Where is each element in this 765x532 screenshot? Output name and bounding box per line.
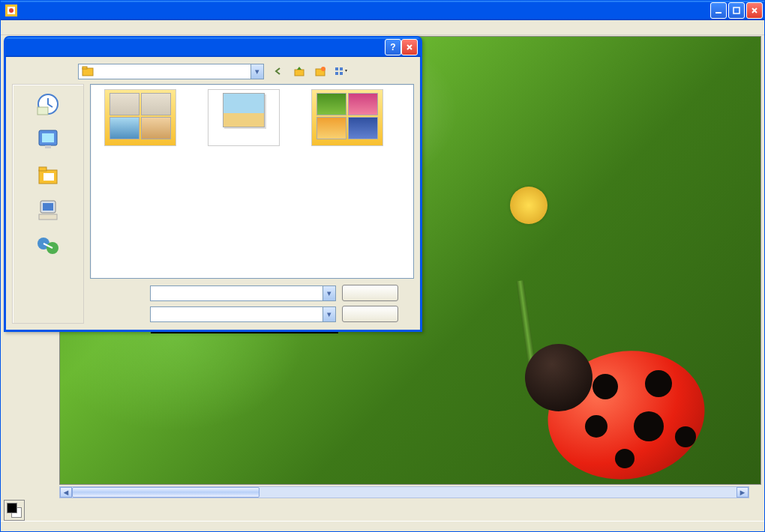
computer-icon [36, 198, 60, 222]
maximize-button[interactable] [728, 2, 745, 19]
file-item-1[interactable] [95, 89, 185, 273]
paint-app-icon [5, 4, 17, 16]
svg-rect-20 [39, 167, 46, 171]
svg-rect-3 [716, 12, 722, 13]
places-mydocs[interactable] [15, 158, 81, 193]
desktop-icon [36, 127, 60, 151]
folder-thumb-icon [311, 89, 383, 146]
menu-edit[interactable] [19, 26, 31, 29]
places-desktop[interactable] [15, 123, 81, 158]
dialog-help-button[interactable]: ? [385, 39, 401, 55]
save-as-dialog: ? ▾ [4, 36, 422, 332]
dialog-titlebar: ? [5, 37, 421, 57]
places-network[interactable] [15, 229, 81, 264]
scroll-left-arrow[interactable]: ◄ [60, 487, 72, 498]
menu-help[interactable] [73, 26, 85, 29]
recent-icon [36, 92, 60, 116]
network-icon [36, 233, 60, 257]
places-bar [12, 84, 84, 324]
menu-file[interactable] [5, 26, 17, 29]
filename-input[interactable]: ▾ [150, 285, 336, 301]
svg-rect-15 [38, 107, 48, 115]
file-item-2[interactable] [199, 89, 289, 273]
svg-point-9 [321, 67, 326, 71]
folder-thumb-icon [104, 89, 176, 146]
scroll-right-arrow[interactable]: ► [736, 487, 748, 498]
file-list[interactable] [90, 84, 414, 279]
ladybug-illustration [525, 336, 720, 485]
folder-icon [79, 66, 97, 76]
color-palette [4, 500, 26, 521]
menu-palette[interactable] [59, 26, 71, 29]
cancel-button[interactable] [342, 306, 398, 322]
svg-rect-21 [44, 173, 54, 181]
mydocs-icon [36, 163, 60, 187]
menu-view[interactable] [32, 26, 44, 29]
scroll-thumb[interactable] [72, 487, 260, 498]
svg-rect-10 [335, 67, 338, 70]
menu-bar [1, 20, 764, 35]
places-mycomputer[interactable] [15, 193, 81, 229]
close-button[interactable] [746, 2, 763, 19]
folder-combo[interactable]: ▾ [78, 64, 264, 79]
save-button[interactable] [342, 285, 398, 301]
file-item-3[interactable] [302, 89, 392, 273]
svg-rect-7 [295, 70, 304, 76]
svg-rect-24 [39, 214, 57, 220]
image-thumb-icon [208, 89, 280, 146]
svg-rect-23 [43, 203, 53, 211]
svg-rect-4 [734, 7, 740, 13]
places-recent[interactable] [15, 88, 81, 123]
chevron-down-icon[interactable]: ▾ [322, 286, 335, 300]
status-bar [1, 521, 764, 531]
svg-rect-17 [42, 133, 54, 142]
up-folder-button[interactable] [291, 63, 308, 79]
main-titlebar [1, 1, 764, 20]
filetype-dropdown[interactable] [151, 332, 338, 333]
minimize-button[interactable] [710, 2, 727, 19]
new-folder-button[interactable] [312, 63, 328, 79]
menu-image[interactable] [46, 26, 58, 29]
svg-rect-18 [45, 145, 51, 148]
svg-point-2 [9, 8, 14, 13]
dialog-close-button[interactable] [401, 39, 418, 55]
horizontal-scrollbar[interactable]: ◄ ► [59, 486, 749, 498]
current-colors[interactable] [4, 500, 25, 521]
flower-illustration [450, 127, 608, 284]
svg-rect-6 [82, 67, 87, 69]
chevron-down-icon[interactable]: ▾ [250, 64, 263, 79]
svg-rect-11 [340, 67, 343, 70]
svg-rect-12 [335, 72, 338, 75]
back-button[interactable] [270, 63, 286, 79]
view-menu-button[interactable] [333, 63, 350, 79]
svg-rect-13 [340, 72, 343, 75]
chevron-down-icon[interactable]: ▾ [322, 307, 335, 321]
filetype-combo[interactable]: ▾ [150, 306, 336, 322]
